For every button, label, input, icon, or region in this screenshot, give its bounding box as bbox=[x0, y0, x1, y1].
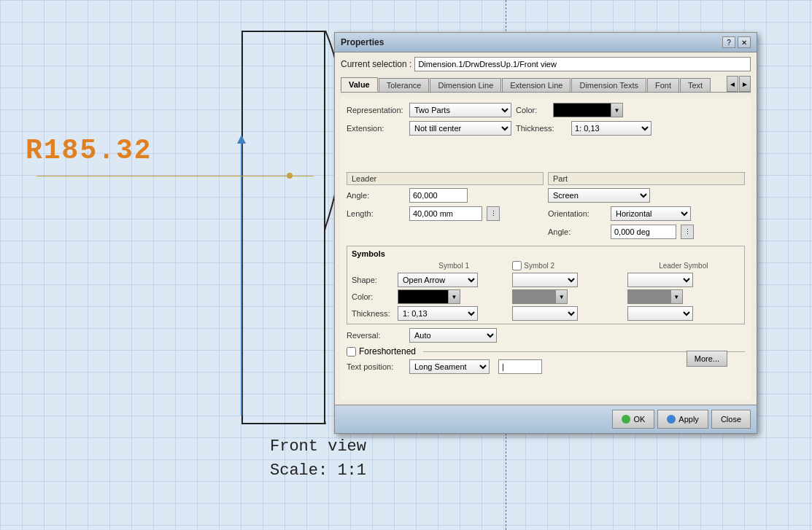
angle-label: Angle: bbox=[347, 191, 405, 200]
representation-label: Representation: bbox=[347, 106, 405, 114]
tab-text[interactable]: Text bbox=[680, 78, 711, 92]
current-selection-label: Current selection : bbox=[341, 59, 411, 69]
part-section: Part Screen Orientation: Horizontal bbox=[548, 172, 745, 243]
color4-dropdown-btn[interactable]: ▼ bbox=[671, 289, 683, 304]
color-dropdown-btn[interactable]: ▼ bbox=[611, 103, 623, 117]
dimension-text: R185.32 bbox=[26, 135, 152, 166]
close-action-button[interactable]: Close bbox=[711, 410, 751, 429]
thickness2-select-3[interactable] bbox=[627, 306, 693, 321]
leader-section-header: Leader bbox=[347, 172, 544, 185]
symbol2-checkbox[interactable] bbox=[512, 261, 522, 270]
reversal-row: Reversal: Auto bbox=[347, 328, 745, 343]
angle2-row: Angle: ⋮ bbox=[548, 225, 745, 239]
tab-tolerance[interactable]: Tolerance bbox=[379, 78, 430, 92]
leader-part-section: Leader Angle: Length: ⋮ Part bbox=[347, 172, 745, 243]
text-position-label: Text position: bbox=[347, 362, 405, 371]
angle2-input[interactable] bbox=[611, 225, 676, 239]
length-row: Length: ⋮ bbox=[347, 206, 544, 221]
tab-dimension-texts[interactable]: Dimension Texts bbox=[571, 78, 646, 92]
color-input-group: ▼ bbox=[553, 103, 623, 117]
more-button[interactable]: More... bbox=[687, 351, 727, 367]
shape-select-3[interactable] bbox=[627, 273, 693, 287]
tab-font[interactable]: Font bbox=[647, 78, 679, 92]
representation-row: Representation: Two Parts Color: ▼ bbox=[347, 103, 745, 117]
leader-dot bbox=[287, 173, 293, 179]
color2-dropdown-btn[interactable]: ▼ bbox=[449, 289, 460, 304]
help-button[interactable]: ? bbox=[722, 36, 735, 48]
leader-line bbox=[36, 176, 314, 176]
extension-row: Extension: Not till center Thickness: 1:… bbox=[347, 121, 745, 136]
symbols-title: Symbols bbox=[352, 249, 740, 258]
blue-vertical-line bbox=[241, 139, 242, 416]
color2-box bbox=[398, 289, 449, 304]
tab-bar: Value Tolerance Dimension Line Extension… bbox=[341, 76, 751, 93]
text-position-row: Text position: Long Seament bbox=[347, 359, 745, 374]
color-box bbox=[553, 103, 611, 117]
extension-select[interactable]: Not till center bbox=[409, 121, 511, 136]
color3-input-group: ▼ bbox=[512, 289, 625, 304]
angle2-spinner[interactable]: ⋮ bbox=[681, 225, 694, 239]
tab-dimension-line[interactable]: Dimension Line bbox=[430, 78, 501, 92]
length-label: Length: bbox=[347, 209, 405, 218]
symbols-section: Symbols Symbol 1 Symbol 2 Leader Symbol … bbox=[347, 246, 745, 324]
close-button[interactable]: ✕ bbox=[738, 36, 751, 48]
part-select-row: Screen bbox=[548, 188, 745, 203]
part-section-header: Part bbox=[548, 172, 745, 185]
tab-prev-button[interactable]: ◄ bbox=[727, 76, 738, 92]
dialog-titlebar: Properties ? ✕ bbox=[335, 33, 757, 52]
length-spinner[interactable]: ⋮ bbox=[487, 206, 500, 221]
blue-arrow-up bbox=[237, 135, 246, 144]
extension-select-container: Not till center bbox=[409, 121, 511, 136]
shape-select-1[interactable]: Open Arrow bbox=[398, 273, 478, 287]
ok-button[interactable]: OK bbox=[612, 410, 654, 429]
extension-label: Extension: bbox=[347, 124, 405, 133]
reversal-select[interactable]: Auto bbox=[409, 328, 497, 343]
properties-dialog: Properties ? ✕ Current selection : Value… bbox=[334, 32, 757, 434]
tab-navigation: ◄ ► bbox=[727, 76, 751, 92]
dialog-controls: ? ✕ bbox=[722, 36, 751, 48]
thickness2-select-2[interactable] bbox=[512, 306, 578, 321]
color2-input-group: ▼ bbox=[398, 289, 510, 304]
tab-next-button[interactable]: ► bbox=[739, 76, 751, 92]
ok-icon bbox=[622, 415, 630, 424]
foreshortened-label: Foreshortened bbox=[359, 346, 416, 356]
form-area: Representation: Two Parts Color: ▼ Exten… bbox=[341, 97, 751, 400]
angle-input[interactable] bbox=[409, 188, 468, 203]
tab-value[interactable]: Value bbox=[341, 77, 378, 92]
foreshortened-checkbox[interactable] bbox=[347, 347, 356, 356]
apply-icon bbox=[667, 415, 676, 424]
text-position-input[interactable] bbox=[498, 359, 542, 374]
leader-section: Leader Angle: Length: ⋮ bbox=[347, 172, 544, 243]
angle-row: Angle: bbox=[347, 188, 544, 203]
color3-dropdown-btn[interactable]: ▼ bbox=[556, 289, 568, 304]
current-selection-row: Current selection : bbox=[341, 57, 751, 71]
shape-rectangle bbox=[241, 31, 325, 424]
reversal-label: Reversal: bbox=[347, 331, 405, 340]
color-label: Color: bbox=[516, 106, 549, 114]
apply-button[interactable]: Apply bbox=[657, 410, 708, 429]
part-select[interactable]: Screen bbox=[548, 188, 650, 203]
thickness-select[interactable]: 1: 0,13 bbox=[571, 121, 651, 136]
color3-box bbox=[512, 289, 556, 304]
symbols-grid: Symbol 1 Symbol 2 Leader Symbol Shape: O… bbox=[352, 261, 740, 321]
color4-input-group: ▼ bbox=[627, 289, 740, 304]
shape-select-2[interactable] bbox=[512, 273, 578, 287]
symbol1-header: Symbol 1 bbox=[398, 262, 510, 270]
dialog-title: Properties bbox=[341, 37, 384, 47]
dialog-footer: OK Apply Close bbox=[335, 405, 757, 433]
length-input[interactable] bbox=[409, 206, 482, 221]
representation-select[interactable]: Two Parts bbox=[409, 103, 511, 117]
orientation-label: Orientation: bbox=[548, 209, 606, 218]
thickness-label: Thickness: bbox=[516, 124, 567, 133]
leader-symbol-header: Leader Symbol bbox=[627, 262, 740, 270]
orientation-row: Orientation: Horizontal bbox=[548, 206, 745, 221]
foreshortened-row: Foreshortened bbox=[347, 346, 745, 356]
front-view-text: Front view Scale: 1:1 bbox=[270, 434, 366, 483]
thickness2-select-1[interactable]: 1: 0,13 bbox=[398, 306, 478, 321]
dialog-content: Current selection : Value Tolerance Dime… bbox=[335, 52, 757, 405]
angle2-label: Angle: bbox=[548, 227, 606, 236]
text-position-select[interactable]: Long Seament bbox=[409, 359, 490, 374]
current-selection-field[interactable] bbox=[414, 57, 751, 71]
tab-extension-line[interactable]: Extension Line bbox=[502, 78, 571, 92]
orientation-select[interactable]: Horizontal bbox=[611, 206, 691, 221]
